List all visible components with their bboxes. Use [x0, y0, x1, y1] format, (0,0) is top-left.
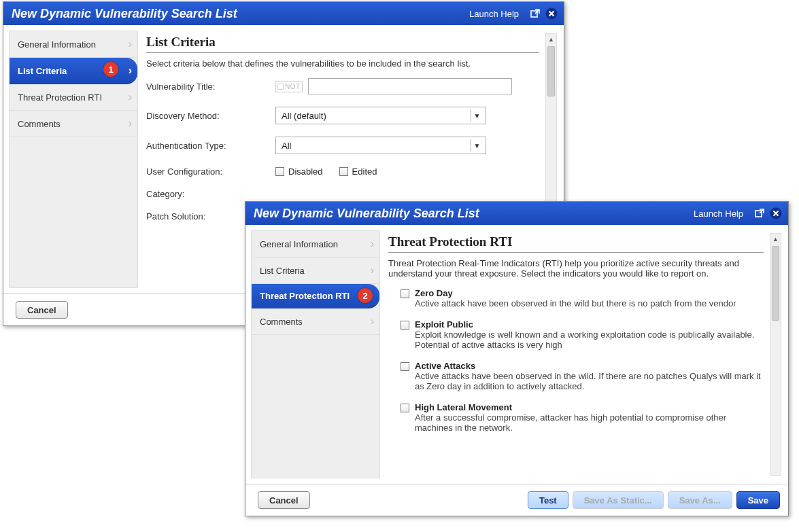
- chevron-down-icon: ▼: [471, 139, 483, 152]
- chevron-right-icon: ›: [371, 264, 374, 277]
- launch-help-link[interactable]: Launch Help: [694, 209, 743, 219]
- sidebar-item-threat-protection-rti[interactable]: Threat Protection RTI ›: [10, 84, 137, 111]
- section-desc: Select criteria below that defines the v…: [146, 58, 539, 69]
- chevron-right-icon: ›: [129, 118, 132, 130]
- sidebar-item-label: Threat Protection RTI: [260, 291, 350, 301]
- sidebar-item-label: General Information: [260, 239, 338, 249]
- select-value: All: [282, 141, 291, 151]
- sidebar-item-general-information[interactable]: General Information ›: [252, 231, 379, 258]
- save-as-static-button[interactable]: Save As Static...: [573, 491, 664, 509]
- vulnerability-title-input[interactable]: [308, 78, 512, 94]
- close-icon[interactable]: [769, 207, 783, 220]
- checkbox-disabled[interactable]: Disabled: [275, 166, 323, 177]
- rti-name: Zero Day: [415, 288, 736, 298]
- scrollbar-thumb[interactable]: [547, 46, 555, 96]
- rti-name: High Lateral Movement: [415, 402, 764, 412]
- sidebar: General Information › List Criteria › Th…: [251, 230, 380, 478]
- chevron-right-icon: ›: [129, 65, 132, 77]
- rti-desc: After a successful compromise, attacker …: [415, 412, 764, 433]
- not-toggle[interactable]: NOT: [275, 81, 303, 92]
- save-as-button[interactable]: Save As...: [668, 491, 732, 509]
- sidebar-item-comments[interactable]: Comments ›: [10, 111, 137, 137]
- sidebar-item-label: General Information: [18, 39, 96, 50]
- close-icon[interactable]: [545, 7, 558, 20]
- scrollbar-thumb[interactable]: [772, 246, 779, 321]
- sidebar-item-list-criteria[interactable]: List Criteria › 1: [10, 58, 137, 84]
- sidebar-item-comments[interactable]: Comments ›: [252, 308, 379, 335]
- sidebar-item-label: Comments: [260, 317, 303, 327]
- chevron-right-icon: ›: [129, 91, 132, 103]
- rti-item-high-lateral-movement[interactable]: High Lateral Movement After a successful…: [401, 402, 764, 433]
- label-user-configuration: User Configuration:: [146, 166, 275, 177]
- rti-name: Exploit Public: [415, 319, 764, 330]
- label-vulnerability-title: Vulnerability Title:: [146, 82, 275, 92]
- cancel-button[interactable]: Cancel: [258, 491, 310, 509]
- chevron-right-icon: ›: [371, 315, 374, 327]
- rti-desc: Active attack have been observed in the …: [415, 298, 736, 308]
- checkbox-edited[interactable]: Edited: [339, 166, 377, 177]
- label-category: Category:: [146, 189, 275, 199]
- step-badge-1: 1: [103, 62, 118, 77]
- chevron-down-icon: ▼: [471, 109, 483, 122]
- rti-name: Active Attacks: [415, 361, 764, 371]
- authentication-type-select[interactable]: All ▼: [275, 137, 486, 154]
- test-button[interactable]: Test: [528, 491, 568, 509]
- rti-item-zero-day[interactable]: Zero Day Active attack have been observe…: [401, 288, 764, 308]
- content-threat-protection-rti: Threat Protection RTI Threat Protection …: [386, 230, 783, 478]
- sidebar-item-label: Threat Protection RTI: [18, 92, 102, 103]
- label-discovery-method: Discovery Method:: [146, 111, 275, 121]
- titlebar[interactable]: New Dynamic Vulnerability Search List La…: [3, 2, 564, 25]
- scrollbar-vertical[interactable]: ▲: [770, 233, 781, 476]
- rti-desc: Exploit knowledge is well known and a wo…: [415, 330, 764, 350]
- dialog-threat-protection-rti: New Dynamic Vulnerability Search List La…: [245, 201, 789, 516]
- popout-icon[interactable]: [753, 207, 766, 220]
- titlebar[interactable]: New Dynamic Vulnerability Search List La…: [245, 202, 788, 225]
- checkbox-icon[interactable]: [401, 289, 409, 298]
- launch-help-link[interactable]: Launch Help: [469, 9, 519, 19]
- sidebar-item-general-information[interactable]: General Information ›: [10, 31, 137, 58]
- scroll-up-icon[interactable]: ▲: [546, 34, 556, 45]
- dialog-title: New Dynamic Vulnerability Search List: [12, 7, 469, 21]
- section-desc: Threat Protection Real-Time Indicators (…: [388, 258, 764, 279]
- section-heading: List Criteria: [146, 35, 539, 50]
- sidebar-item-label: List Criteria: [260, 266, 305, 276]
- sidebar-item-label: Comments: [18, 119, 61, 129]
- dialog-footer: Cancel Test Save As Static... Save As...…: [245, 484, 788, 516]
- popout-icon[interactable]: [528, 7, 542, 20]
- section-heading: Threat Protection RTI: [388, 234, 764, 249]
- sidebar-item-list-criteria[interactable]: List Criteria ›: [252, 258, 379, 284]
- rti-item-active-attacks[interactable]: Active Attacks Active attacks have been …: [401, 361, 764, 391]
- select-value: All (default): [282, 111, 326, 121]
- sidebar-item-threat-protection-rti[interactable]: Threat Protection RTI 2: [252, 284, 379, 308]
- checkbox-icon[interactable]: [401, 321, 409, 330]
- save-button[interactable]: Save: [736, 491, 780, 509]
- dialog-title: New Dynamic Vulnerability Search List: [254, 207, 694, 221]
- chevron-right-icon: ›: [129, 38, 132, 50]
- checkbox-icon[interactable]: [401, 362, 409, 371]
- step-badge-2: 2: [358, 288, 373, 303]
- chevron-right-icon: ›: [371, 238, 374, 250]
- discovery-method-select[interactable]: All (default) ▼: [275, 107, 486, 124]
- rti-desc: Active attacks have been observed in the…: [415, 371, 764, 391]
- checkbox-icon[interactable]: [401, 404, 409, 412]
- rti-item-exploit-public[interactable]: Exploit Public Exploit knowledge is well…: [401, 319, 764, 350]
- sidebar-item-label: List Criteria: [18, 66, 67, 76]
- label-authentication-type: Authentication Type:: [146, 141, 275, 151]
- cancel-button[interactable]: Cancel: [16, 301, 68, 319]
- sidebar: General Information › List Criteria › 1 …: [9, 31, 138, 288]
- scroll-up-icon[interactable]: ▲: [770, 234, 781, 245]
